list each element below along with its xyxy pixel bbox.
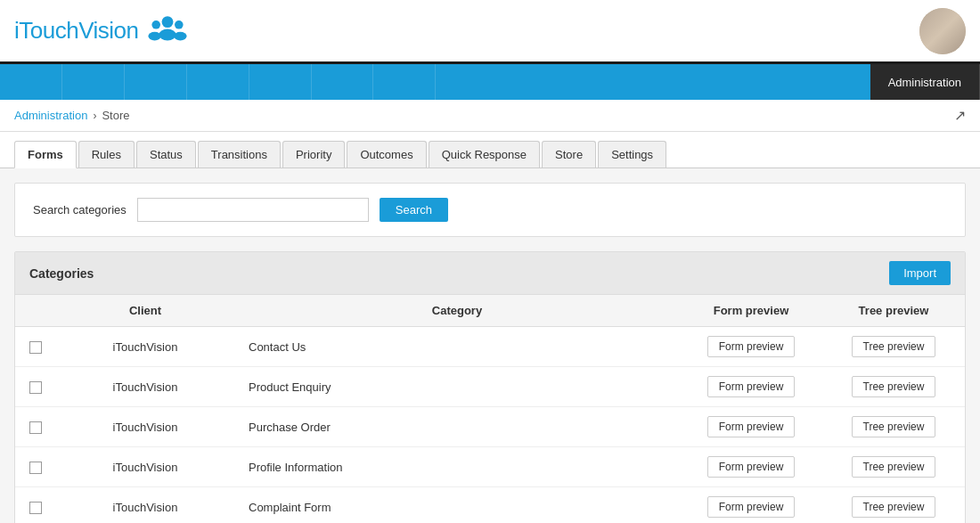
checkbox[interactable] [29,502,42,514]
nav-bar: Administration [0,64,980,100]
search-button[interactable]: Search [380,198,448,222]
form-preview-button[interactable]: Form preview [707,336,796,357]
nav-item-3[interactable] [125,64,187,100]
tree-preview-button[interactable]: Tree preview [852,336,936,357]
avatar-image [919,8,966,54]
content-area: Search categories Search Categories Impo… [0,168,980,523]
categories-table: Client Category Form preview Tree previe… [15,295,965,523]
breadcrumb: Administration › Store [14,109,129,122]
table-row: iTouchVision Complaint Form Form preview… [15,487,965,524]
checkbox[interactable] [29,421,42,434]
nav-item-7[interactable] [373,64,436,100]
categories-panel: Categories Import Client Category Form p… [14,251,966,523]
logo-icon [146,13,189,49]
form-preview-button[interactable]: Form preview [707,456,796,478]
tree-preview-button[interactable]: Tree preview [852,376,936,397]
tab-outcomes[interactable]: Outcomes [347,141,426,168]
row-form-preview-cell: Form preview [680,367,822,407]
categories-header: Categories Import [15,252,965,295]
nav-item-2[interactable] [62,64,125,100]
tree-preview-button[interactable]: Tree preview [852,496,936,518]
svg-point-0 [161,16,173,28]
nav-item-6[interactable] [312,64,374,100]
form-preview-button[interactable]: Form preview [707,376,796,397]
table-header-row: Client Category Form preview Tree previe… [15,295,965,327]
tabs: Forms Rules Status Transitions Priority … [14,141,966,168]
svg-point-2 [151,20,160,29]
top-header: iTouchVision [0,0,980,64]
row-checkbox-cell [15,327,56,367]
categories-title: Categories [29,266,94,281]
col-checkbox [15,295,56,327]
tab-store[interactable]: Store [542,141,596,168]
breadcrumb-current: Store [102,109,129,122]
tree-preview-button[interactable]: Tree preview [852,456,936,478]
row-client: iTouchVision [56,407,234,447]
tabs-bar: Forms Rules Status Transitions Priority … [0,132,980,168]
row-client: iTouchVision [56,487,234,524]
search-input[interactable] [137,198,369,222]
row-tree-preview-cell: Tree preview [822,447,965,487]
row-checkbox-cell [15,367,56,407]
row-category: Purchase Order [234,407,680,447]
nav-item-5[interactable] [249,64,312,100]
tab-transitions[interactable]: Transitions [198,141,281,168]
col-category: Category [234,295,680,327]
row-checkbox-cell [15,447,56,487]
checkbox[interactable] [29,341,42,354]
row-category: Contact Us [234,327,680,367]
table-row: iTouchVision Purchase Order Form preview… [15,407,965,447]
nav-item-administration[interactable]: Administration [870,64,980,100]
avatar[interactable] [919,8,966,54]
svg-point-4 [175,20,184,29]
search-panel: Search categories Search [14,183,966,237]
tab-rules[interactable]: Rules [78,141,135,168]
row-category: Product Enquiry [234,367,680,407]
row-client: iTouchVision [56,327,234,367]
tab-forms[interactable]: Forms [14,141,77,168]
breadcrumb-bar: Administration › Store ↗ [0,100,980,132]
row-form-preview-cell: Form preview [680,407,822,447]
import-button[interactable]: Import [889,261,951,285]
row-checkbox-cell [15,407,56,447]
logo: iTouchVision [14,13,189,49]
row-checkbox-cell [15,487,56,524]
form-preview-button[interactable]: Form preview [707,416,796,437]
row-form-preview-cell: Form preview [680,327,822,367]
row-tree-preview-cell: Tree preview [822,407,965,447]
svg-point-3 [148,31,160,40]
row-client: iTouchVision [56,447,234,487]
tab-priority[interactable]: Priority [282,141,345,168]
row-tree-preview-cell: Tree preview [822,367,965,407]
col-tree-preview: Tree preview [822,295,965,327]
col-form-preview: Form preview [680,295,822,327]
col-client: Client [56,295,234,327]
row-client: iTouchVision [56,367,234,407]
tab-quick-response[interactable]: Quick Response [429,141,540,168]
nav-spacer [436,64,870,100]
form-preview-button[interactable]: Form preview [707,496,796,518]
tree-preview-button[interactable]: Tree preview [852,416,936,437]
nav-item-4[interactable] [187,64,249,100]
logo-text: iTouchVision [14,17,139,45]
row-category: Profile Information [234,447,680,487]
checkbox[interactable] [29,462,42,474]
tab-settings[interactable]: Settings [598,141,666,168]
checkbox[interactable] [29,381,42,394]
breadcrumb-parent[interactable]: Administration [14,109,87,122]
table-row: iTouchVision Product Enquiry Form previe… [15,367,965,407]
tab-status[interactable]: Status [136,141,196,168]
row-tree-preview-cell: Tree preview [822,327,965,367]
search-label: Search categories [33,203,127,217]
row-tree-preview-cell: Tree preview [822,487,965,524]
nav-item-1[interactable] [0,64,62,100]
svg-point-1 [159,29,176,40]
expand-icon[interactable]: ↗ [954,107,966,124]
row-form-preview-cell: Form preview [680,487,822,524]
row-form-preview-cell: Form preview [680,447,822,487]
breadcrumb-separator: › [93,110,96,122]
svg-point-5 [174,31,186,40]
table-row: iTouchVision Contact Us Form preview Tre… [15,327,965,367]
row-category: Complaint Form [234,487,680,524]
table-row: iTouchVision Profile Information Form pr… [15,447,965,487]
